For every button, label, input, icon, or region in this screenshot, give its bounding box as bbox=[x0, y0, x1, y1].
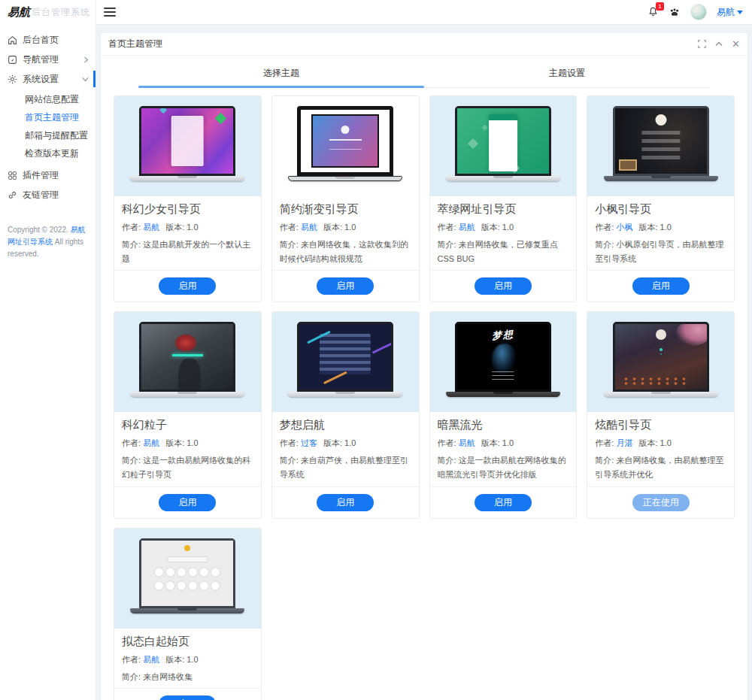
author-link[interactable]: 过客 bbox=[301, 438, 317, 447]
theme-intro: 简介: 小枫原创引导页，由易航整理至引导系统 bbox=[595, 238, 726, 265]
thumbnail-text: 梦想 bbox=[457, 325, 549, 347]
author-link[interactable]: 易航 bbox=[143, 223, 159, 232]
submenu-item-mail-config[interactable]: 邮箱与提醒配置 bbox=[0, 126, 96, 144]
laptop-display bbox=[141, 541, 233, 606]
theme-thumbnail bbox=[272, 96, 419, 196]
theme-thumbnail bbox=[430, 96, 577, 196]
version-label: 版本: bbox=[323, 223, 344, 232]
enable-button[interactable]: 启用 bbox=[475, 494, 532, 511]
author-link[interactable]: 月湛 bbox=[616, 438, 632, 447]
theme-intro: 简介: 来自葫芦侠，由易航整理至引导系统 bbox=[280, 453, 411, 481]
user-menu[interactable]: 易航 bbox=[717, 6, 743, 19]
main-area: 1 易航 首页主题管理 bbox=[96, 0, 752, 700]
submenu-item-check-update[interactable]: 检查版本更新 bbox=[0, 144, 96, 162]
laptop-screen bbox=[613, 106, 709, 176]
theme-card: 炫酷引导页 作者: 月湛版本: 1.0 简介: 来自网络收集，由易航整理至引导系… bbox=[587, 311, 735, 518]
submenu-item-label: 网站信息配置 bbox=[25, 93, 79, 106]
laptop-mockup bbox=[288, 106, 402, 181]
theme-name: 拟态白起始页 bbox=[122, 635, 253, 649]
card-footer: 正在使用 bbox=[587, 486, 734, 518]
sidebar-item-nav-manage[interactable]: 导航管理 bbox=[0, 50, 96, 69]
laptop-mockup bbox=[288, 322, 402, 397]
menu-toggle-icon[interactable] bbox=[104, 8, 116, 17]
theme-card: 简约渐变引导页 作者: 易航版本: 1.0 简介: 来自网络收集，这款收集到的时… bbox=[271, 95, 420, 302]
theme-info: 炫酷引导页 作者: 月湛版本: 1.0 简介: 来自网络收集，由易航整理至引导系… bbox=[587, 412, 734, 486]
theme-card: 科幻少女引导页 作者: 易航版本: 1.0 简介: 这是由易航开发的一个默认主题… bbox=[114, 95, 262, 302]
version-label: 版本: bbox=[165, 223, 186, 232]
submenu-item-theme-manage[interactable]: 首页主题管理 bbox=[0, 108, 96, 126]
enable-button[interactable]: 正在使用 bbox=[632, 494, 690, 511]
sidebar-item-label: 导航管理 bbox=[23, 53, 59, 66]
laptop-base bbox=[288, 392, 402, 397]
version-label: 版本: bbox=[638, 223, 660, 232]
intro-label: 简介: bbox=[595, 456, 616, 465]
enable-button[interactable]: 启用 bbox=[632, 277, 690, 295]
plugin-icon bbox=[8, 171, 17, 180]
thumbnail-art bbox=[622, 377, 686, 386]
theme-card: 梦想 暗黑流光 作者: 易航版本: 1.0 简介: 这是一款由易航在网络收集的暗… bbox=[429, 311, 578, 518]
theme-manage-panel: 首页主题管理 ✕ 选择主题 主题设置 bbox=[101, 33, 747, 700]
sidebar-item-link-manage[interactable]: 友链管理 bbox=[0, 185, 96, 205]
close-icon[interactable]: ✕ bbox=[732, 39, 740, 49]
author-label: 作者: bbox=[595, 438, 616, 447]
laptop-screen bbox=[139, 538, 235, 608]
version-label: 版本: bbox=[165, 655, 186, 664]
sidebar-item-system-settings[interactable]: 系统设置 bbox=[0, 69, 96, 89]
sidebar-item-plugin-manage[interactable]: 插件管理 bbox=[0, 165, 96, 185]
theme-info: 拟态白起始页 作者: 易航版本: 1.0 简介: 来自网络收集 bbox=[114, 629, 261, 689]
laptop-mockup bbox=[130, 106, 244, 181]
laptop-display bbox=[311, 114, 379, 168]
sidebar-item-label: 后台首页 bbox=[23, 34, 59, 47]
tab-theme-settings[interactable]: 主题设置 bbox=[424, 60, 710, 87]
theme-intro: 简介: 来自网络收集，由易航整理至引导系统并优化 bbox=[595, 453, 726, 481]
author-link[interactable]: 易航 bbox=[301, 223, 317, 232]
fullscreen-icon[interactable] bbox=[698, 40, 706, 48]
user-avatar[interactable] bbox=[690, 4, 707, 20]
thumbnail-text bbox=[142, 109, 234, 117]
author-link[interactable]: 易航 bbox=[459, 438, 475, 447]
submenu-item-site-info[interactable]: 网站信息配置 bbox=[0, 90, 96, 108]
card-footer: 启用 bbox=[430, 270, 577, 302]
gear-icon bbox=[8, 74, 17, 84]
card-footer: 启用 bbox=[272, 270, 419, 302]
laptop-display bbox=[615, 324, 707, 389]
logo-brand: 易航 bbox=[8, 5, 30, 20]
enable-button[interactable]: 启用 bbox=[159, 494, 216, 511]
intro-label: 简介: bbox=[122, 240, 143, 249]
author-link[interactable]: 小枫 bbox=[616, 223, 632, 232]
card-footer: 启用 bbox=[114, 688, 261, 700]
theme-card: 拟态白起始页 作者: 易航版本: 1.0 简介: 来自网络收集 启用 bbox=[114, 528, 262, 700]
sidebar-item-dashboard[interactable]: 后台首页 bbox=[0, 30, 96, 50]
laptop-mockup: 梦想 bbox=[446, 322, 560, 397]
thumbnail-text bbox=[142, 325, 234, 333]
laptop-screen: 梦想 bbox=[455, 322, 551, 392]
theme-thumbnail bbox=[114, 96, 261, 196]
laptop-display bbox=[299, 324, 391, 389]
thumbnail-art bbox=[178, 358, 201, 389]
laptop-display: 梦想 bbox=[457, 324, 549, 389]
enable-button[interactable]: 启用 bbox=[317, 494, 374, 511]
author-link[interactable]: 易航 bbox=[143, 438, 159, 447]
theme-meta: 作者: 易航版本: 1.0 bbox=[122, 654, 253, 665]
panel-title: 首页主题管理 bbox=[108, 38, 162, 50]
thumbnail-text bbox=[313, 117, 378, 122]
laptop-base bbox=[446, 176, 560, 181]
collapse-icon[interactable] bbox=[715, 41, 723, 47]
theme-name: 萃绿网址引导页 bbox=[438, 202, 569, 217]
theme-info: 萃绿网址引导页 作者: 易航版本: 1.0 简介: 来自网络收集，已修复重点CS… bbox=[430, 196, 577, 270]
author-link[interactable]: 易航 bbox=[459, 223, 475, 232]
enable-button[interactable]: 启用 bbox=[475, 277, 532, 295]
author-label: 作者: bbox=[122, 223, 143, 232]
theme-thumbnail bbox=[114, 529, 261, 629]
theme-thumbnail: 梦想 bbox=[430, 312, 577, 412]
author-link[interactable]: 易航 bbox=[143, 655, 159, 664]
home-icon bbox=[8, 35, 17, 45]
enable-button[interactable]: 启用 bbox=[159, 695, 216, 700]
enable-button[interactable]: 启用 bbox=[317, 277, 374, 295]
enable-button[interactable]: 启用 bbox=[159, 277, 216, 295]
theme-info: 暗黑流光 作者: 易航版本: 1.0 简介: 这是一款由易航在网络收集的暗黑流光… bbox=[430, 412, 577, 486]
theme-name: 暗黑流光 bbox=[438, 418, 569, 432]
theme-paw-icon[interactable] bbox=[669, 6, 681, 18]
notification-bell-icon[interactable]: 1 bbox=[647, 6, 659, 18]
tab-select-theme[interactable]: 选择主题 bbox=[138, 60, 424, 87]
